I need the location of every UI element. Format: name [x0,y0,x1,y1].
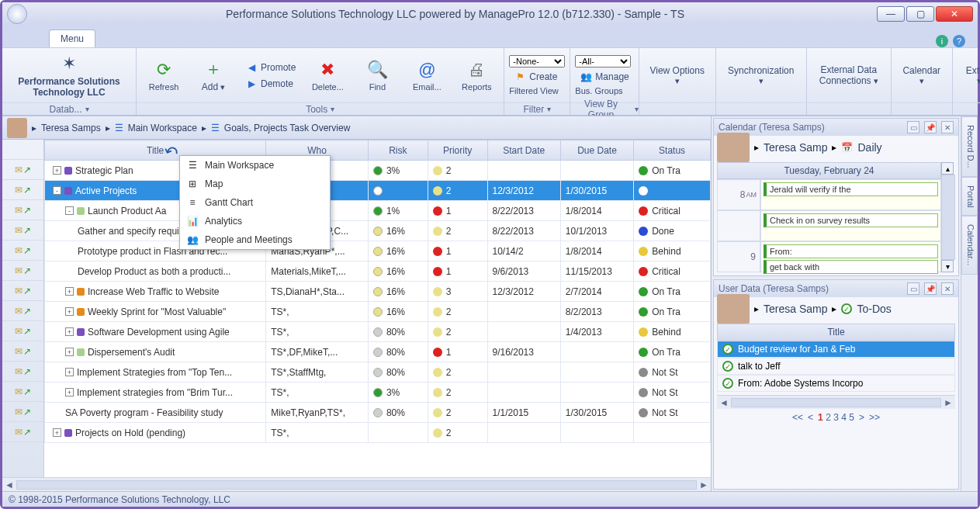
appointment-row[interactable]: 9From:get back with [717,241,941,272]
gutter-cell[interactable]: ✉↗ [2,220,43,241]
cal-bc-view[interactable]: Daily [857,141,881,154]
table-row[interactable]: +Strategic Plan3%2On Tra [45,161,711,181]
tab-menu[interactable]: Menu [49,29,95,47]
cal-bc-user[interactable]: Teresa Samp [764,141,827,154]
vtab-record[interactable]: Record D... [961,116,978,177]
chevron-down-icon[interactable]: ▾ [85,105,89,113]
minimize-button[interactable]: — [877,6,905,22]
info-icon[interactable]: i [936,35,948,47]
table-row[interactable]: +Increase Web Traffic to WebsiteTS,Diana… [45,282,711,302]
find-button[interactable]: 🔍Find [355,59,400,92]
panel-maximize-icon[interactable]: ▭ [907,282,919,295]
refresh-button[interactable]: ⟳Refresh [141,59,186,92]
chevron-right-icon[interactable]: ▸ [202,123,206,133]
pager-page[interactable]: 4 [841,412,847,423]
appt-chip[interactable]: From: [764,244,938,258]
close-button[interactable]: ✕ [936,6,973,22]
expander-icon[interactable]: + [65,348,74,356]
pager-prev[interactable]: < [808,412,813,423]
menu-item-gantt-chart[interactable]: ≡Gantt Chart [180,193,330,212]
todo-row[interactable]: ✓Budget review for Jan & Feb [717,341,955,358]
filter-all-select[interactable]: -All- [575,55,631,68]
check-icon[interactable]: ✓ [722,378,733,389]
scroll-right-icon[interactable]: ► [697,480,711,490]
appt-chip[interactable]: Jerald will verify if the [764,182,938,196]
email-button[interactable]: @Email... [404,59,449,92]
external-data-button[interactable]: External Data Connections ▾ [812,64,886,86]
projects-grid[interactable]: TitleWhoRiskPriorityStart DateDue DateSt… [44,140,711,443]
expander-icon[interactable]: + [53,428,61,437]
panel-close-icon[interactable]: ✕ [941,121,954,133]
scroll-up-icon[interactable]: ▴ [941,162,954,175]
table-row[interactable]: -Launch Product AaMariaS*,...1%18/22/201… [45,201,711,221]
panel-pin-icon[interactable]: 📌 [924,121,937,133]
expander-icon[interactable]: + [65,287,74,296]
appointment-row[interactable]: Check in on survey results [717,210,941,241]
reports-button[interactable]: 🖨Reports [454,59,499,92]
delete-button[interactable]: ✖Delete... [305,59,350,92]
promote-button[interactable]: ◀Promote [241,61,300,74]
scroll-down-icon[interactable]: ▾ [941,260,954,272]
table-row[interactable]: Gather and specify requirementsDianaH,Ry… [45,221,711,241]
panel-maximize-icon[interactable]: ▭ [907,121,919,133]
maximize-button[interactable]: ▢ [906,6,934,22]
gutter-cell[interactable]: ✉↗ [2,301,43,321]
col-start-date[interactable]: Start Date [487,140,560,161]
table-row[interactable]: +Software Development using AgileTS*,80%… [45,322,711,342]
gutter-cell[interactable]: ✉↗ [2,200,43,220]
table-row[interactable]: +Implement Strategies from "Top Ten...TS… [45,362,711,383]
expander-icon[interactable]: + [65,307,74,316]
manage-groups-button[interactable]: 👥Manage [575,70,633,84]
chevron-down-icon[interactable]: ▾ [331,105,334,113]
vtab-portal[interactable]: Portal [961,177,978,216]
calendar-button[interactable]: Calendar▾ [896,65,947,86]
panel-pin-icon[interactable]: 📌 [924,282,937,295]
add-button[interactable]: ＋Add ▾ [191,58,236,92]
ud-bc-view[interactable]: To-Dos [857,303,891,315]
todo-column-header[interactable]: Title [717,324,955,341]
panel-close-icon[interactable]: ✕ [941,282,954,295]
hscrollbar[interactable]: ◄ ► [2,477,711,491]
menu-item-people-and-meetings[interactable]: 👥People and Meetings [180,230,330,249]
gutter-cell[interactable]: ✉↗ [2,422,43,442]
pager-first[interactable]: << [792,412,803,423]
chevron-down-icon[interactable]: ▾ [547,105,551,113]
chevron-right-icon[interactable]: ▸ [32,123,36,133]
pager-next[interactable]: > [859,412,864,423]
pager-page[interactable]: 2 [826,412,831,423]
demote-button[interactable]: ▶Demote [241,77,300,91]
col-risk[interactable]: Risk [368,140,428,161]
menu-item-map[interactable]: ⊞Map [180,175,330,193]
expander-icon[interactable]: - [65,206,74,215]
gutter-cell[interactable]: ✉↗ [2,321,43,341]
appt-chip[interactable]: Check in on survey results [764,213,938,227]
expander-icon[interactable]: - [53,186,61,195]
table-row[interactable]: +Dispersement's AuditTS*,DF,MikeT,...80%… [45,342,711,362]
gutter-cell[interactable]: ✉↗ [2,382,43,402]
table-row[interactable]: Develop Product as both a producti...Mat… [45,261,711,282]
gutter-cell[interactable]: ✉↗ [2,402,43,422]
table-row[interactable]: +Projects on Hold (pending)TS*,2 [45,423,711,443]
check-icon[interactable]: ✓ [722,361,733,372]
table-row[interactable]: -Active Projects212/3/20121/30/2015 [45,181,711,201]
expander-icon[interactable]: + [65,388,74,396]
breadcrumb-view[interactable]: Goals, Projects Task Overview [224,123,351,133]
table-row[interactable]: Prototype product in Flash and rec...Mar… [45,241,711,261]
pager-page[interactable]: 1 [818,412,823,423]
pager-last[interactable]: >> [869,412,880,423]
gutter-cell[interactable]: ✉↗ [2,261,43,281]
extras-button[interactable]: Extras▾ [957,65,980,86]
appt-chip[interactable]: get back with [764,260,938,274]
col-due-date[interactable]: Due Date [560,140,633,161]
scroll-left-icon[interactable]: ◄ [2,480,16,490]
todo-row[interactable]: ✓From: Adobe Systems Incorpo [717,375,955,392]
help-icon[interactable]: ? [953,35,965,47]
vtab-calendar[interactable]: Calendar... [961,216,978,274]
expander-icon[interactable]: + [65,327,74,336]
view-options-button[interactable]: View Options▾ [644,65,711,86]
calendar-day-header[interactable]: Tuesday, February 24 [717,162,941,179]
table-row[interactable]: +Implement strategies from "Brim Tur...T… [45,383,711,403]
gutter-cell[interactable]: ✉↗ [2,341,43,362]
todo-hscroll[interactable]: ◄► [717,395,955,409]
table-row[interactable]: SA Poverty program - Feasibility studyMi… [45,403,711,423]
